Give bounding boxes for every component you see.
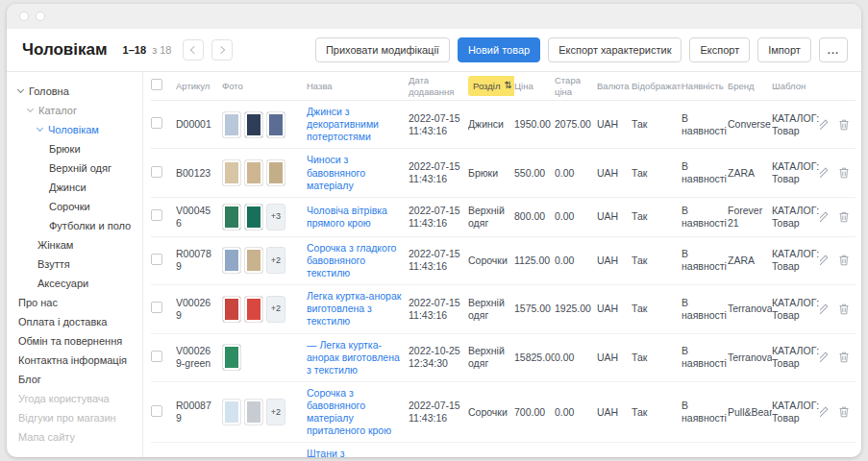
edit-button[interactable]: [820, 166, 830, 180]
column-header-template[interactable]: Шаблон: [772, 81, 820, 92]
export-characteristics-button[interactable]: Експорт характеристик: [548, 37, 682, 62]
time-value: 11:43:16: [409, 412, 462, 425]
article-cell: D00001: [176, 118, 222, 131]
edit-button[interactable]: [820, 405, 830, 419]
delete-button[interactable]: [837, 351, 851, 364]
product-thumbnail-image[interactable]: [244, 296, 263, 323]
more-photos-badge[interactable]: +2: [266, 399, 285, 425]
product-thumbnail-image[interactable]: [222, 296, 241, 323]
product-thumbnail-image[interactable]: [244, 247, 263, 274]
row-checkbox[interactable]: [151, 117, 162, 129]
product-thumbnail-image[interactable]: [244, 204, 263, 230]
sidebar-item[interactable]: Угода користувача: [16, 389, 138, 408]
product-thumbnail-image[interactable]: [222, 204, 241, 230]
edit-button[interactable]: [820, 118, 830, 132]
row-checkbox[interactable]: [151, 166, 162, 178]
product-thumbnail-image[interactable]: [222, 159, 241, 186]
edit-button[interactable]: [820, 303, 830, 316]
product-name-link[interactable]: Чоловіча вітрівка прямого крою: [307, 205, 409, 230]
product-name-link[interactable]: Легка куртка-анорак виготовлена з тексти…: [307, 290, 409, 328]
row-checkbox[interactable]: [151, 351, 162, 362]
column-header-name[interactable]: Назва: [307, 81, 409, 92]
edit-button[interactable]: [820, 254, 830, 267]
pagination-range: 1–18: [123, 44, 146, 56]
product-name-link[interactable]: Штани з бавовняного матеріалу прямого кр…: [307, 448, 409, 457]
row-checkbox[interactable]: [151, 209, 162, 221]
more-photos-badge[interactable]: +3: [266, 204, 285, 230]
sidebar-item[interactable]: Сорочки: [16, 197, 138, 216]
more-actions-button[interactable]: ...: [819, 37, 848, 62]
product-name-link[interactable]: Сорочка з гладкого бавовняного текстилю: [307, 242, 409, 279]
edit-button[interactable]: [820, 210, 830, 224]
prev-page-button[interactable]: [183, 39, 204, 61]
delete-button[interactable]: [837, 254, 851, 267]
sidebar-item-label: Чоловікам: [48, 124, 99, 135]
more-photos-badge[interactable]: +2: [266, 296, 285, 323]
window-control-dot[interactable]: [19, 12, 29, 21]
product-name-link[interactable]: — Легка куртка-анорак виготовлена з текс…: [307, 339, 409, 376]
sidebar-item[interactable]: Взуття: [16, 255, 138, 274]
product-thumbnail-image[interactable]: [244, 399, 263, 425]
edit-button[interactable]: [820, 351, 830, 364]
column-header-article[interactable]: Артикул: [176, 81, 222, 92]
sidebar-item[interactable]: Головна: [16, 82, 138, 101]
sidebar-item[interactable]: Брюки: [16, 139, 138, 158]
sidebar-item[interactable]: Джинси: [16, 178, 138, 197]
product-thumbnail-image[interactable]: [222, 111, 241, 138]
sidebar-item[interactable]: Блог: [16, 370, 138, 389]
sidebar-item[interactable]: Контактна інформація: [16, 351, 138, 370]
sidebar-item[interactable]: Жінкам: [16, 235, 138, 255]
product-thumbnail-image[interactable]: [244, 111, 263, 138]
sidebar-item[interactable]: Каталог: [16, 101, 138, 120]
column-header-display[interactable]: Відображати: [632, 81, 682, 92]
product-name-link[interactable]: Сорочка з бавовняного матеріалу притален…: [307, 387, 409, 438]
export-button[interactable]: Експорт: [689, 37, 750, 62]
product-thumbnail-image[interactable]: [222, 399, 241, 425]
product-thumbnail-image[interactable]: [266, 159, 285, 186]
sidebar-item[interactable]: Верхній одяг: [16, 158, 138, 178]
hide-modifications-button[interactable]: Приховати модифікації: [315, 37, 450, 62]
sidebar-item[interactable]: Оплата і доставка: [16, 312, 138, 331]
select-all-checkbox[interactable]: [151, 79, 162, 90]
column-header-availability[interactable]: Наявність: [682, 81, 728, 92]
delete-button[interactable]: [837, 210, 851, 224]
column-header-date[interactable]: Дата додавання: [409, 75, 468, 98]
delete-button[interactable]: [837, 118, 851, 132]
delete-button[interactable]: [837, 166, 851, 180]
more-photos-badge[interactable]: +2: [266, 247, 285, 274]
product-name-link[interactable]: Джинси з декоративними потертостями: [307, 106, 409, 143]
product-thumbnail-image[interactable]: [222, 344, 241, 371]
product-thumbnail-image[interactable]: [244, 159, 263, 186]
delete-button[interactable]: [837, 405, 851, 419]
row-checkbox[interactable]: [151, 254, 162, 265]
new-product-button[interactable]: Новий товар: [458, 37, 540, 62]
sidebar-item[interactable]: Аксесуари: [16, 274, 138, 293]
sidebar-item[interactable]: Про нас: [16, 293, 138, 312]
next-page-button[interactable]: [211, 39, 233, 61]
display-cell: Так: [632, 303, 682, 315]
column-header-section[interactable]: Розділ ⇅: [468, 76, 514, 96]
sidebar-item[interactable]: Обмін та повернення: [16, 331, 138, 351]
date-cell: 2022-07-15 11:43:16: [409, 248, 468, 273]
column-header-price[interactable]: Ціна: [514, 81, 555, 92]
pagination-total: з 18: [152, 44, 171, 56]
currency-cell: UAH: [597, 303, 632, 315]
sidebar-item[interactable]: Чоловікам: [16, 120, 138, 139]
window-control-dot[interactable]: [36, 12, 45, 21]
column-header-brand[interactable]: Бренд: [728, 81, 772, 92]
column-header-currency[interactable]: Валюта: [597, 81, 632, 92]
delete-button[interactable]: [837, 303, 851, 316]
row-checkbox[interactable]: [151, 302, 162, 313]
product-thumbnail-image[interactable]: [266, 111, 285, 138]
sidebar-item-label: Відгуки про магазин: [18, 412, 116, 424]
row-checkbox[interactable]: [151, 405, 162, 417]
sort-icon[interactable]: ⇅: [504, 80, 511, 92]
sidebar-item[interactable]: Відгуки про магазин: [16, 408, 138, 427]
product-thumbnail-image[interactable]: [222, 247, 241, 274]
column-header-old-price[interactable]: Стара ціна: [555, 75, 597, 98]
sidebar-item[interactable]: Футболки и поло: [16, 216, 138, 235]
import-button[interactable]: Імпорт: [757, 37, 811, 62]
product-name-link[interactable]: Чиноси з бавовняного матеріалу: [307, 154, 409, 191]
column-header-photo[interactable]: Фото: [222, 81, 307, 92]
sidebar-item[interactable]: Мапа сайту: [16, 427, 138, 447]
